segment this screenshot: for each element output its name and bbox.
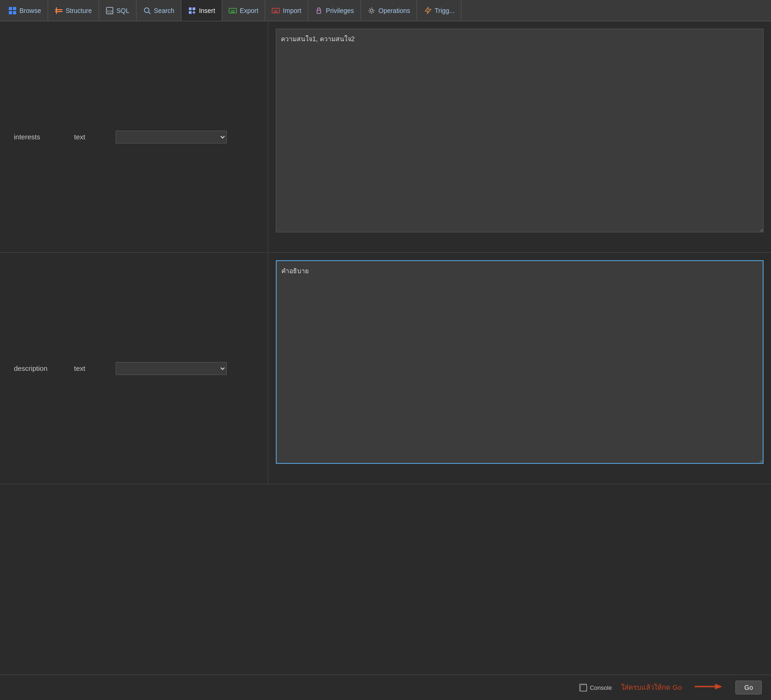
nav-search[interactable]: Search	[137, 0, 181, 21]
interests-textarea[interactable]: ความสนใจ1, ความสนใจ2	[276, 29, 764, 232]
main-content: interests text NULL text ความสนใจ1, ความ…	[0, 21, 771, 484]
nav-insert[interactable]: Insert	[181, 0, 222, 21]
svg-rect-2	[9, 11, 12, 14]
search-label: Search	[154, 7, 174, 14]
description-left-panel: description text NULL text	[0, 253, 268, 484]
svg-rect-3	[13, 11, 16, 14]
import-label: Import	[283, 7, 301, 14]
nav-import[interactable]: Import	[265, 0, 308, 21]
interests-right-panel: ความสนใจ1, ความสนใจ2	[268, 21, 771, 252]
search-icon	[143, 6, 151, 15]
description-type-select[interactable]: NULL text	[116, 362, 227, 375]
description-right-panel: คำอธิบาย	[268, 253, 771, 484]
console-label: Console	[590, 684, 612, 691]
sql-label: SQL	[117, 7, 130, 14]
description-textarea[interactable]: คำอธิบาย	[276, 260, 764, 464]
privileges-label: Privileges	[326, 7, 354, 14]
interests-left-panel: interests text NULL text	[0, 21, 268, 252]
interests-row: interests text NULL text ความสนใจ1, ความ…	[0, 21, 771, 253]
interests-field-type: text	[74, 133, 102, 141]
description-row: description text NULL text คำอธิบาย	[0, 253, 771, 484]
svg-rect-22	[317, 10, 321, 13]
svg-rect-6	[56, 7, 57, 14]
interests-field-name: interests	[14, 133, 60, 141]
privileges-icon	[315, 6, 323, 15]
browse-label: Browse	[19, 7, 41, 14]
bottom-bar: Console ใส่ครบแล้วให้กด Go Go	[0, 675, 771, 700]
nav-bar: Browse Structure SQL SQL Search Insert E…	[0, 0, 771, 21]
nav-privileges[interactable]: Privileges	[308, 0, 361, 21]
nav-triggers[interactable]: Trigg...	[417, 0, 461, 21]
interests-type-select[interactable]: NULL text	[116, 131, 227, 144]
svg-text:SQL: SQL	[107, 10, 113, 13]
nav-operations[interactable]: Operations	[361, 0, 417, 21]
description-field-type: text	[74, 364, 102, 372]
insert-label: Insert	[199, 7, 215, 14]
svg-rect-1	[13, 7, 16, 10]
export-label: Export	[240, 7, 258, 14]
go-button[interactable]: Go	[735, 681, 762, 694]
nav-export[interactable]: Export	[222, 0, 265, 21]
description-field-name: description	[14, 364, 60, 372]
nav-structure[interactable]: Structure	[48, 0, 99, 21]
triggers-icon	[423, 6, 432, 15]
import-icon	[272, 6, 280, 15]
nav-browse[interactable]: Browse	[2, 0, 48, 21]
hint-text: ใส่ครบแล้วให้กด Go	[621, 682, 682, 693]
insert-icon	[188, 6, 196, 15]
svg-rect-0	[9, 7, 12, 10]
svg-rect-12	[193, 7, 195, 10]
operations-icon	[367, 6, 376, 15]
arrow-right-icon	[695, 681, 722, 694]
svg-line-10	[149, 12, 150, 14]
structure-label: Structure	[66, 7, 92, 14]
structure-icon	[55, 6, 63, 15]
svg-rect-11	[189, 7, 192, 10]
svg-marker-26	[715, 684, 722, 689]
operations-label: Operations	[379, 7, 410, 14]
svg-rect-24	[580, 685, 587, 691]
triggers-label: Trigg...	[435, 7, 454, 14]
export-icon	[229, 6, 237, 15]
browse-icon	[8, 6, 17, 15]
nav-sql[interactable]: SQL SQL	[99, 0, 137, 21]
console-section[interactable]: Console	[579, 684, 612, 691]
console-icon	[579, 684, 587, 691]
svg-rect-13	[189, 11, 192, 14]
svg-point-9	[144, 8, 149, 12]
sql-icon: SQL	[106, 6, 114, 15]
